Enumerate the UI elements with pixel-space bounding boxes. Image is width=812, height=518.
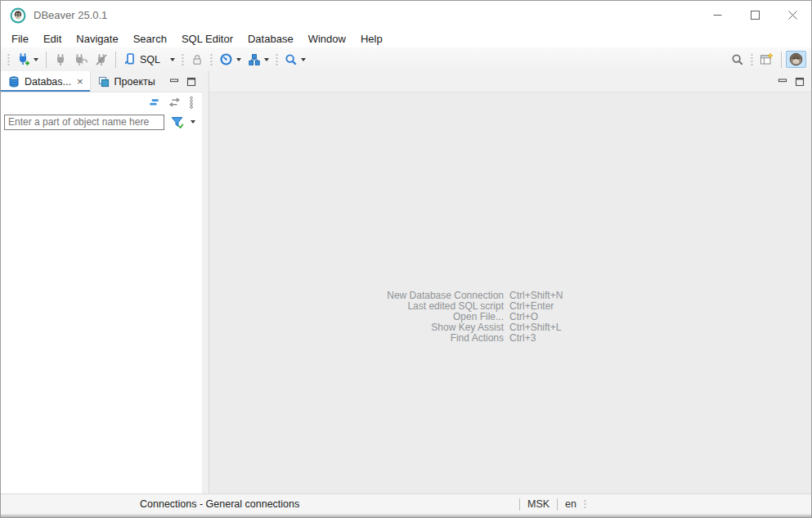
shortcut-keys: Ctrl+3 [509, 333, 563, 344]
object-filter-input[interactable] [4, 115, 164, 130]
search-dropdown-caret[interactable] [301, 58, 306, 61]
topology-button[interactable] [244, 52, 272, 68]
keyboard-shortcut-hints: New Database Connection Ctrl+Shift+N Las… [275, 291, 563, 344]
plug-connect-icon [54, 53, 67, 66]
tab-database-navigator[interactable]: Databas... × [1, 71, 91, 92]
toolbar-right-group [728, 51, 806, 68]
link-with-editor-icon[interactable] [168, 96, 182, 109]
sql-script-icon [123, 52, 137, 66]
plug-reconnect-icon [74, 53, 88, 66]
editor-tabstrip [209, 71, 811, 92]
window-controls [698, 1, 811, 29]
dashboard-dropdown-caret[interactable] [236, 58, 241, 61]
left-panel-tabstrip: Databas... × Проекты [1, 71, 202, 92]
navigator-filter-row [1, 112, 202, 132]
timezone-indicator[interactable]: MSK [527, 498, 550, 510]
search-metadata-button[interactable] [281, 52, 309, 68]
editor-minimize-icon[interactable] [778, 77, 787, 87]
filter-icon[interactable] [170, 115, 185, 129]
dbeaver-window: DBeaver 25.0.1 File Edit Navigate Search… [0, 0, 812, 518]
database-navigator-panel: Databas... × Проекты [1, 71, 202, 493]
editor-area: New Database Connection Ctrl+Shift+N Las… [209, 71, 811, 493]
status-separator [519, 498, 520, 511]
menu-bar: File Edit Navigate Search SQL Editor Dat… [1, 29, 811, 47]
sql-dropdown-caret[interactable] [170, 58, 175, 61]
tab-projects[interactable]: Проекты [91, 71, 162, 92]
toolbar-grip [210, 53, 213, 66]
maximize-button[interactable] [736, 1, 774, 29]
editor-empty-background[interactable]: New Database Connection Ctrl+Shift+N Las… [209, 92, 811, 493]
close-button[interactable] [774, 1, 811, 29]
menu-navigate[interactable]: Navigate [69, 33, 125, 45]
open-perspective-button[interactable] [756, 51, 777, 68]
database-icon [7, 75, 20, 88]
network-icon [248, 53, 261, 66]
perspective-icon [760, 52, 774, 66]
menu-file[interactable]: File [4, 33, 36, 45]
disconnect-button[interactable] [92, 52, 111, 68]
beaver-avatar-icon [789, 52, 803, 66]
plug-new-icon [16, 52, 30, 66]
lock-icon [191, 53, 204, 66]
title-bar: DBeaver 25.0.1 [1, 1, 811, 29]
window-title: DBeaver 25.0.1 [34, 9, 107, 21]
status-bar: Connections - General connections MSK en [1, 493, 811, 514]
navigator-tree-empty[interactable] [1, 132, 202, 492]
new-connection-button[interactable] [13, 51, 42, 68]
sql-button-label: SQL [140, 54, 160, 65]
status-separator [557, 498, 558, 511]
toolbar-separator [46, 52, 47, 68]
status-grip [584, 499, 586, 510]
workbench-area: Databas... × Проекты [1, 71, 811, 493]
tab-database-navigator-label: Databas... [25, 76, 71, 88]
menu-sql-editor[interactable]: SQL Editor [174, 33, 240, 45]
menu-database[interactable]: Database [240, 33, 301, 45]
connect-button[interactable] [51, 52, 70, 68]
editor-maximize-icon[interactable] [795, 77, 805, 87]
reconnect-button[interactable] [70, 52, 92, 68]
dbeaver-account-button[interactable] [786, 51, 806, 68]
filter-dropdown-caret[interactable] [191, 120, 195, 124]
shortcut-action: Find Actions [275, 333, 504, 344]
gauge-icon [219, 52, 233, 66]
quick-search-button[interactable] [728, 52, 747, 68]
sql-editor-button[interactable]: SQL [120, 51, 178, 68]
collapse-all-icon[interactable] [148, 96, 161, 109]
topology-dropdown-caret[interactable] [264, 58, 269, 61]
new-connection-dropdown-caret[interactable] [34, 58, 38, 61]
lock-button[interactable] [187, 52, 207, 68]
navigator-toolbar [1, 92, 202, 112]
menu-window[interactable]: Window [301, 33, 353, 45]
status-message: Connections - General connections [140, 494, 299, 514]
language-indicator[interactable]: en [565, 498, 576, 510]
menu-edit[interactable]: Edit [36, 33, 69, 45]
plug-disconnect-icon [95, 53, 108, 66]
tab-projects-label: Проекты [114, 76, 155, 88]
left-panel-strip-buttons [169, 71, 202, 92]
panel-minimize-icon[interactable] [169, 77, 179, 87]
projects-icon [97, 75, 110, 88]
menu-help[interactable]: Help [353, 33, 390, 45]
view-menu-icon[interactable] [188, 96, 195, 109]
window-bottom-edge [1, 514, 811, 517]
status-right-group: MSK en [519, 494, 586, 514]
minimize-button[interactable] [698, 1, 736, 29]
panel-maximize-icon[interactable] [186, 77, 196, 87]
search-gray-icon [731, 53, 744, 66]
menu-search[interactable]: Search [126, 33, 174, 45]
dashboard-button[interactable] [216, 51, 244, 68]
toolbar-grip [276, 53, 278, 66]
toolbar-separator [115, 52, 116, 68]
dbeaver-logo-icon [10, 7, 26, 24]
toolbar-grip [182, 53, 184, 66]
search-blue-icon [285, 53, 298, 66]
toolbar-separator [781, 52, 782, 68]
toolbar-grip [7, 53, 10, 66]
tab-close-icon[interactable]: × [77, 75, 83, 88]
main-toolbar: SQL [1, 47, 811, 71]
toolbar-grip [751, 53, 753, 66]
